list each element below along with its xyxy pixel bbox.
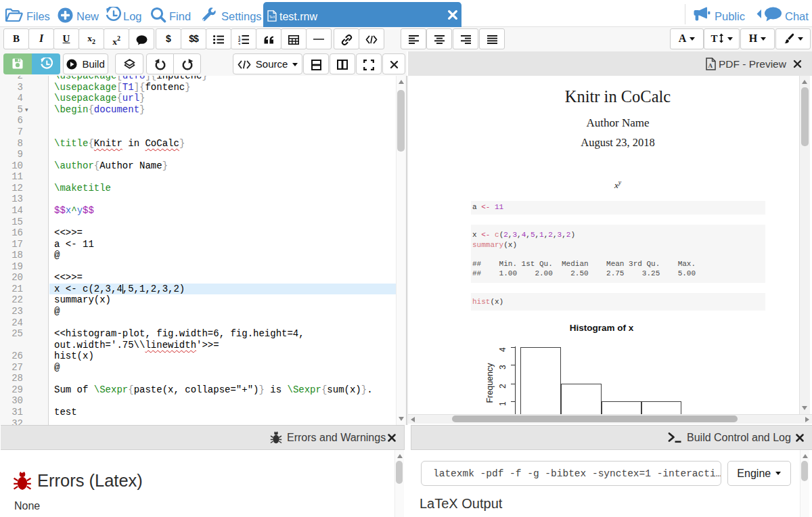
svg-text:A: A	[708, 62, 713, 69]
